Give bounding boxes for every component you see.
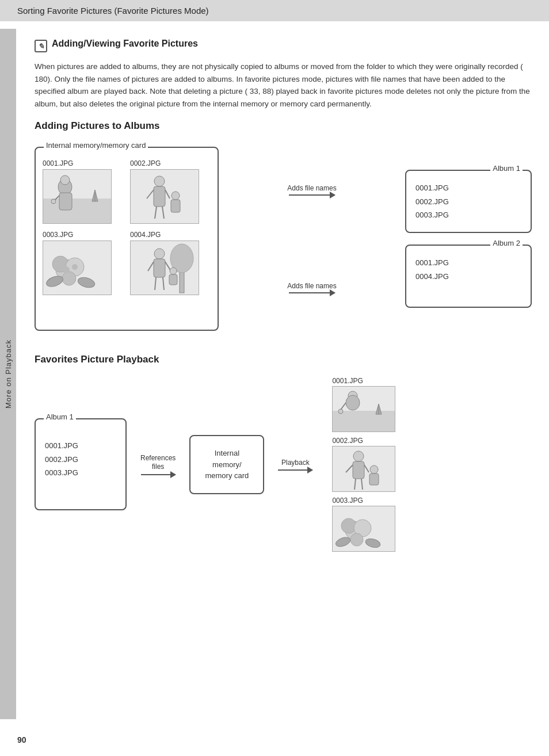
svg-point-5 [60,175,70,185]
thumb-item-4: 0004.JPG [130,231,211,295]
main-content: ✎ Adding/Viewing Favorite Pictures When … [17,21,549,569]
thumbnails-grid: 0001.JPG [43,159,211,295]
pb-thumb-3: 0003.JPG [332,497,395,552]
ref-arrow-line [141,474,176,475]
svg-point-48 [353,451,364,461]
svg-point-31 [154,249,165,259]
album1-files: 0001.JPG0002.JPG0003.JPG [415,181,521,222]
album2-files: 0001.JPG0004.JPG [415,256,521,283]
internal-memory-label: Internal memory/ memory card [200,448,254,482]
svg-rect-55 [369,474,379,485]
album1-label: Album 1 [490,164,523,173]
pb-thumb-2: 0002.JPG [332,437,395,492]
svg-point-46 [338,409,343,414]
thumb-item-1: 0001.JPG [43,159,123,224]
internal-memory-box: Internal memory/ memory card [189,435,264,494]
arrow-section: Adds file names Adds file names [219,141,405,337]
svg-rect-6 [59,193,72,210]
page-header: Sorting Favorite Pictures (Favorite Pict… [0,0,549,21]
svg-point-44 [346,395,360,410]
album1-box: Album 1 0001.JPG0002.JPG0003.JPG [405,170,532,233]
svg-point-22 [62,272,76,285]
note-body: When pictures are added to albums, they … [35,60,532,110]
playback-arrow-line [278,469,312,471]
header-title: Sorting Favorite Pictures (Favorite Pict… [17,6,209,16]
memory-box: Internal memory/memory card 0001.JPG [35,147,219,331]
playback-images: 0001.JPG 0002.JPG [332,377,395,552]
thumb-img-4 [130,240,199,295]
thumb-item-2: 0002.JPG [130,159,211,224]
album2-box: Album 2 0001.JPG0004.JPG [405,245,532,308]
thumb-label-2: 0002.JPG [130,159,161,167]
memory-box-label: Internal memory/memory card [44,141,148,150]
adding-section-title: Adding Pictures to Albums [35,120,532,132]
thumb-label-1: 0001.JPG [43,159,73,167]
svg-point-26 [72,264,78,270]
arrow-line-2 [289,292,335,293]
thumb-img-3 [43,240,112,295]
svg-rect-17 [171,200,180,212]
arrow-row-1: Adds file names [287,184,336,196]
svg-point-16 [171,192,180,200]
pb-img-3 [332,506,395,552]
sidebar: More on Playback [0,29,16,719]
arrow-label-1: Adds file names [287,184,336,192]
pb-label-2: 0002.JPG [332,437,363,445]
pb-img-2 [332,446,395,492]
svg-point-27 [58,261,63,267]
note-icon: ✎ [35,40,47,52]
thumb-label-4: 0004.JPG [130,231,161,239]
thumb-item-3: 0003.JPG [43,231,123,295]
albums-section: Album 1 0001.JPG0002.JPG0003.JPG Album 2… [405,170,532,308]
pb-album1-label: Album 1 [44,413,76,421]
thumb-img-1 [43,169,112,224]
arrow-right-1 [289,194,335,196]
arrow-row-2: Adds file names [287,282,336,293]
pb-label-3: 0003.JPG [332,497,363,505]
ref-arrow-row: Referencesfiles [140,454,176,475]
svg-rect-11 [154,186,165,207]
playback-diagram: Album 1 0001.JPG0002.JPG0003.JPG Referen… [35,377,532,552]
album2-label: Album 2 [490,239,523,247]
svg-point-60 [350,533,363,546]
pb-album1-files: 0001.JPG0002.JPG0003.JPG [45,439,116,479]
svg-rect-32 [154,259,165,277]
thumb-label-3: 0003.JPG [43,231,73,239]
playback-arrow [278,469,312,471]
adding-diagram: Internal memory/memory card 0001.JPG [35,141,532,337]
arrow-label-2: Adds file names [287,282,336,290]
playback-label: Playback [281,459,310,468]
svg-point-8 [51,199,56,204]
pb-label-1: 0001.JPG [332,377,363,385]
svg-point-10 [154,176,165,186]
svg-point-25 [63,266,70,273]
pb-img-1 [332,386,395,432]
page-number: 90 [17,735,26,744]
note-title: Adding/Viewing Favorite Pictures [52,39,198,49]
playback-section-title: Favorites Picture Playback [35,354,532,365]
ref-label: Referencesfiles [140,454,176,472]
thumb-img-2 [130,169,199,224]
svg-point-54 [370,465,378,474]
svg-rect-40 [333,411,395,432]
pb-album1-box: Album 1 0001.JPG0002.JPG0003.JPG [35,418,127,510]
svg-rect-38 [169,274,177,285]
note-section: ✎ Adding/Viewing Favorite Pictures [35,39,532,52]
ref-arrow [141,474,176,475]
playback-arrow-row: Playback [278,459,312,471]
arrow-line-1 [289,194,335,196]
svg-rect-49 [353,461,364,479]
arrow-right-2 [289,292,335,293]
svg-point-37 [170,268,177,274]
pb-thumb-1: 0001.JPG [332,377,395,432]
sidebar-label: More on Playback [4,339,13,408]
